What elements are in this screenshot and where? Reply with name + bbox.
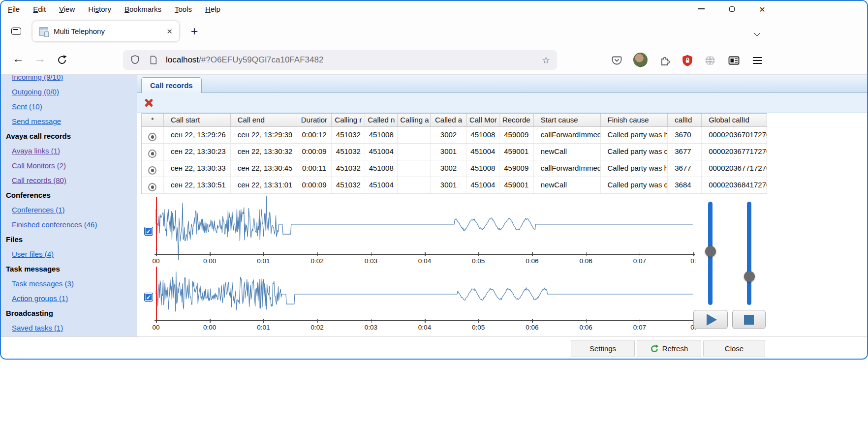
refresh-button[interactable]: Refresh xyxy=(637,340,701,357)
playback-cursor[interactable] xyxy=(156,197,157,252)
account-avatar[interactable] xyxy=(633,53,648,67)
axis-tick xyxy=(425,319,426,323)
column-header[interactable]: Called n xyxy=(365,114,398,126)
sidebar-link[interactable]: Incoming (9/10) xyxy=(12,75,63,85)
record-icon-cell xyxy=(142,144,164,160)
column-header[interactable]: Call end xyxy=(231,114,297,126)
axis-tick-label: 0:05 xyxy=(472,324,485,331)
column-header[interactable]: Call start xyxy=(164,114,231,126)
maximize-button[interactable] xyxy=(716,1,747,17)
column-header[interactable]: Calling r xyxy=(332,114,365,126)
volume-slider-2[interactable] xyxy=(747,202,751,305)
menu-item-history[interactable]: History xyxy=(88,5,111,13)
menu-item-file[interactable]: File xyxy=(8,5,20,13)
tab-call-records[interactable]: Call records xyxy=(141,77,202,93)
tab-close-icon[interactable]: × xyxy=(165,27,174,36)
sidebar-link[interactable]: Conferences (1) xyxy=(12,203,65,217)
table-body: сен 22, 13:29:26сен 22, 13:29:390:00:124… xyxy=(142,127,767,194)
settings-button[interactable]: Settings xyxy=(571,340,635,357)
browser-tab[interactable]: Multi Telephony × xyxy=(32,21,179,41)
table-cell: 3002 xyxy=(431,127,467,143)
volume-slider-1-thumb[interactable] xyxy=(705,246,716,257)
tracking-shield-icon[interactable] xyxy=(130,55,140,65)
globe-extension-button[interactable] xyxy=(704,54,716,67)
new-tab-button[interactable]: + xyxy=(187,25,202,37)
column-header[interactable]: Start cause xyxy=(534,114,601,126)
table-cell xyxy=(398,177,431,193)
firefox-view-icon xyxy=(11,28,21,35)
audio-record-icon xyxy=(148,150,156,158)
app-menu-button[interactable] xyxy=(751,54,764,67)
firefox-view-button[interactable] xyxy=(9,24,24,38)
sidebar-link[interactable]: Call records (80) xyxy=(12,173,66,188)
sidebar-link[interactable]: Sent (10) xyxy=(12,99,42,114)
close-button[interactable]: Close xyxy=(703,340,765,357)
column-header[interactable]: Called a xyxy=(431,114,467,126)
close-label: Close xyxy=(725,344,744,353)
column-header[interactable]: * xyxy=(142,114,164,126)
reload-button[interactable] xyxy=(56,54,68,66)
url-bar[interactable]: localhost/#?O6EFUy59QGl7ca10FAF3482 ☆ xyxy=(123,50,557,70)
playback-cursor[interactable] xyxy=(156,267,157,322)
table-cell: newCall xyxy=(534,144,601,160)
menu-item-view[interactable]: View xyxy=(59,5,75,13)
table-row[interactable]: сен 22, 13:30:33сен 22, 13:30:450:00:114… xyxy=(142,160,767,177)
sidebar-link[interactable]: User files (4) xyxy=(12,247,54,262)
refresh-icon xyxy=(650,344,659,353)
menu-item-tools[interactable]: Tools xyxy=(175,5,192,13)
table-row[interactable]: сен 22, 13:30:51сен 22, 13:31:010:00:094… xyxy=(142,177,767,194)
sidebar-link[interactable]: Task messages (3) xyxy=(12,276,74,291)
stop-button[interactable] xyxy=(732,310,766,329)
axis-tick xyxy=(156,319,157,323)
menu-item-edit[interactable]: Edit xyxy=(33,5,46,13)
waveform-channel-1[interactable] xyxy=(156,197,693,252)
security-extension-button[interactable] xyxy=(681,54,694,67)
forward-button[interactable]: → xyxy=(31,52,48,65)
column-header[interactable]: Calling a xyxy=(398,114,431,126)
column-header[interactable]: Global callId xyxy=(702,114,767,126)
menu-item-help[interactable]: Help xyxy=(205,5,220,13)
sidebar-link[interactable]: Finished conferences (46) xyxy=(12,217,97,232)
play-button[interactable] xyxy=(693,310,728,329)
table-cell: сен 22, 13:30:33 xyxy=(164,160,231,177)
channel2-checkbox[interactable]: ✓ xyxy=(144,293,153,302)
channel1-checkbox[interactable]: ✓ xyxy=(144,227,153,236)
table-cell: сен 22, 13:30:32 xyxy=(231,144,297,160)
sidebar-link[interactable]: Outgoing (0/0) xyxy=(12,85,59,99)
menu-item-bookmarks[interactable]: Bookmarks xyxy=(124,5,161,13)
sidebar-link[interactable]: Avaya links (1) xyxy=(12,144,60,158)
table-row[interactable]: сен 22, 13:30:23сен 22, 13:30:320:00:094… xyxy=(142,144,767,160)
bookmark-star-icon[interactable]: ☆ xyxy=(542,55,550,66)
sidebar-link[interactable]: Action groups (1) xyxy=(12,291,68,306)
column-header[interactable]: callId xyxy=(668,114,702,126)
table-cell: 3002 xyxy=(431,160,467,177)
waveform-channel-2[interactable] xyxy=(156,267,693,322)
page-info-icon[interactable] xyxy=(148,55,158,65)
table-row[interactable]: сен 22, 13:29:26сен 22, 13:29:390:00:124… xyxy=(142,127,767,144)
reader-extension-button[interactable] xyxy=(727,54,740,67)
volume-slider-2-thumb[interactable] xyxy=(744,271,755,282)
table-cell: 3001 xyxy=(431,177,467,193)
axis-tick xyxy=(478,252,479,256)
axis-tick-label: 0:00 xyxy=(203,324,216,331)
extensions-button[interactable] xyxy=(658,54,671,67)
axis-tick xyxy=(371,252,372,256)
column-header[interactable]: Duratior xyxy=(297,114,332,126)
sidebar-link[interactable]: Saved tasks (1) xyxy=(12,321,63,335)
list-all-tabs-button[interactable] xyxy=(755,29,762,35)
sidebar-link[interactable]: Send message xyxy=(12,114,61,129)
back-button[interactable]: ← xyxy=(10,52,27,65)
column-header[interactable]: Finish cause xyxy=(601,114,668,126)
url-text: localhost/#?O6EFUy59QGl7ca10FAF3482 xyxy=(166,55,537,65)
pocket-button[interactable] xyxy=(610,54,623,67)
close-window-button[interactable]: × xyxy=(747,1,777,17)
column-header[interactable]: Recorde xyxy=(499,114,534,126)
axis-tick xyxy=(478,319,479,323)
minimize-button[interactable] xyxy=(686,1,716,17)
sidebar-link[interactable]: Call Monitors (2) xyxy=(12,158,66,173)
table-cell: Called party was ha xyxy=(601,127,668,143)
table-cell: 3677 xyxy=(668,144,702,160)
delete-selected-button[interactable] xyxy=(144,98,154,108)
time-axis-1: 000:000:010:020:030:040:050:060:060:070: xyxy=(137,254,703,267)
column-header[interactable]: Call Mor xyxy=(467,114,499,126)
